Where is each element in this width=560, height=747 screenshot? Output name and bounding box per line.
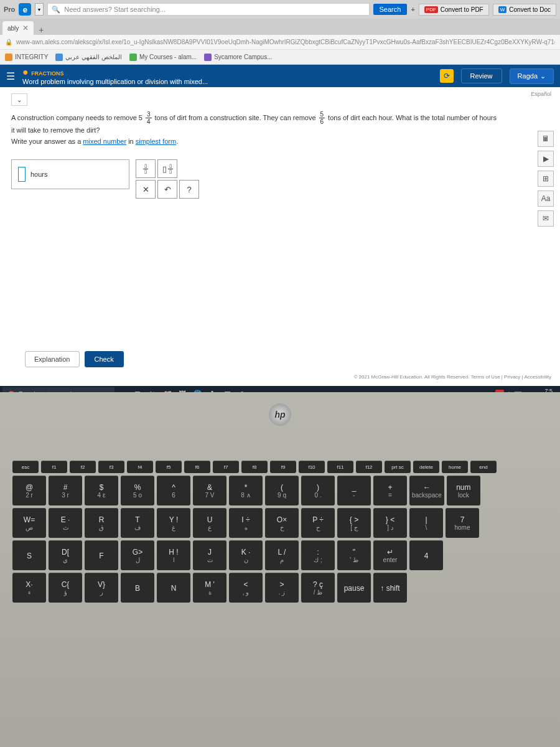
key-esc: esc: [12, 461, 39, 473]
search-icon: 🔍: [52, 6, 60, 14]
key: E ·ث: [49, 508, 82, 538]
key: } <] د: [373, 508, 407, 538]
key: <, و: [229, 573, 263, 603]
key-f11: f11: [327, 461, 353, 473]
key: Y !غ: [157, 508, 190, 538]
key: K ·ن: [229, 540, 263, 570]
convert-doc-button[interactable]: W Convert to Doc: [493, 4, 556, 16]
key: "' ط: [337, 540, 371, 570]
search-button[interactable]: Search: [373, 4, 408, 15]
copyright-text: © 2021 McGraw-Hill Education. All Rights…: [353, 374, 551, 380]
topic-title: Word problem involving multiplication or…: [22, 78, 432, 85]
key: )0 .: [301, 476, 335, 505]
key: *8 ∧: [229, 476, 263, 505]
browser-tab[interactable]: ably ✕: [2, 21, 34, 35]
key: ^6: [157, 476, 190, 505]
key: Rق: [85, 508, 118, 538]
key: ←backspace: [409, 476, 444, 505]
chevron-down-icon: ⌄: [540, 72, 546, 80]
content-area: Español ⌄ A construction company needs t…: [0, 87, 560, 386]
key-end: end: [470, 461, 497, 473]
hamburger-icon[interactable]: ☰: [6, 70, 15, 82]
key-f5: f5: [156, 461, 182, 473]
user-menu-button[interactable]: Ragda ⌄: [510, 68, 554, 84]
video-icon[interactable]: ▶: [538, 151, 554, 167]
mixed-fraction-tool[interactable]: ▯▯▯: [157, 159, 177, 178]
doc-badge-icon: W: [498, 6, 507, 13]
check-button[interactable]: Check: [85, 351, 124, 367]
new-tab-button[interactable]: +: [34, 25, 49, 35]
key-f9: f9: [270, 461, 296, 473]
key: Tف: [121, 508, 154, 538]
key: M 'ة: [193, 573, 226, 603]
bookmark-integrity[interactable]: INTEGRITY: [5, 54, 48, 61]
key: _-: [337, 476, 371, 505]
plus-icon: +: [411, 6, 414, 13]
convert-pdf-button[interactable]: PDF Convert to PDF: [419, 4, 489, 16]
browser-toolbar: Pro e ▾ 🔍 Need answers? Start searching.…: [0, 0, 560, 19]
simplest-form-link[interactable]: simplest form: [136, 138, 176, 145]
calculator-icon[interactable]: 🖩: [538, 131, 554, 147]
bookmark-sycamore[interactable]: Sycamore Campus...: [204, 54, 272, 61]
help-tool[interactable]: ?: [179, 180, 199, 199]
lock-icon: 🔒: [5, 39, 12, 45]
key-f7: f7: [213, 461, 239, 473]
key: B: [121, 573, 154, 603]
key: F: [85, 540, 118, 570]
aleks-header: ☰ ● FRACTIONS Word problem involving mul…: [0, 65, 560, 87]
key: numlock: [447, 476, 480, 505]
refresh-icon[interactable]: ⟳: [440, 69, 454, 83]
hours-label: hours: [30, 171, 48, 178]
dropdown-btn[interactable]: ▾: [35, 3, 44, 16]
key-delete: delete: [413, 461, 439, 473]
search-placeholder: Need answers? Start searching...: [64, 6, 166, 13]
key: G>ل: [121, 540, 154, 570]
chegg-search-bar[interactable]: 🔍 Need answers? Start searching...: [47, 3, 369, 16]
bookmark-arabic[interactable]: الملخص الفقهي عربي: [55, 54, 122, 61]
answer-input-box[interactable]: hours: [11, 159, 129, 189]
key: Jت: [193, 540, 226, 570]
key-prtsc: prt sc: [385, 461, 411, 473]
key: W=ص: [12, 508, 46, 538]
physical-keyboard: escf1f2f3f4f5f6f7f8f9f10f11f12prt scdele…: [0, 454, 560, 611]
espanol-link[interactable]: Español: [531, 91, 551, 97]
url-text: www-awn.aleks.com/alekscgi/x/Isl.exe/1o_…: [16, 39, 555, 45]
fraction-tool[interactable]: ▯▯: [136, 159, 156, 178]
grid-icon[interactable]: ⊞: [538, 171, 554, 187]
key: { >[ ج: [337, 508, 371, 538]
key: |\: [409, 508, 443, 538]
close-tab-icon[interactable]: ✕: [22, 24, 29, 32]
key: L /م: [265, 540, 299, 570]
key: Uع: [193, 508, 226, 538]
key-f8: f8: [241, 461, 268, 473]
pdf-badge-icon: PDF: [424, 6, 438, 13]
key: V}ر: [85, 573, 118, 603]
key: N: [157, 573, 190, 603]
key: &7 V: [193, 476, 226, 505]
key: %5 o: [121, 476, 154, 505]
edge-icon[interactable]: e: [19, 3, 31, 16]
message-icon[interactable]: ✉: [538, 210, 554, 227]
key-f10: f10: [299, 461, 325, 473]
mixed-number-link[interactable]: mixed number: [83, 138, 126, 145]
key-f6: f6: [184, 461, 210, 473]
bookmark-courses[interactable]: My Courses - alam...: [129, 54, 197, 61]
hp-logo: hp: [269, 403, 291, 426]
key: ? ç/ ظ: [301, 573, 335, 603]
key: X·ء: [12, 573, 46, 603]
tab-bar: ably ✕ +: [0, 19, 560, 35]
key: #3 r: [49, 476, 82, 505]
key-home: home: [442, 461, 468, 473]
collapse-button[interactable]: ⌄: [11, 93, 27, 106]
clear-tool[interactable]: ✕: [136, 180, 156, 199]
undo-tool[interactable]: ↶: [157, 180, 177, 199]
url-bar[interactable]: 🔒 www-awn.aleks.com/alekscgi/x/Isl.exe/1…: [0, 35, 560, 50]
pro-label: Pro: [4, 6, 15, 13]
review-button[interactable]: Review: [461, 68, 502, 83]
explanation-button[interactable]: Explanation: [25, 351, 80, 367]
key-f2: f2: [70, 461, 96, 473]
key: D[ي: [49, 540, 82, 570]
key: (9 q: [265, 476, 299, 505]
font-icon[interactable]: Aa: [538, 190, 554, 207]
key: @2 r: [12, 476, 46, 505]
